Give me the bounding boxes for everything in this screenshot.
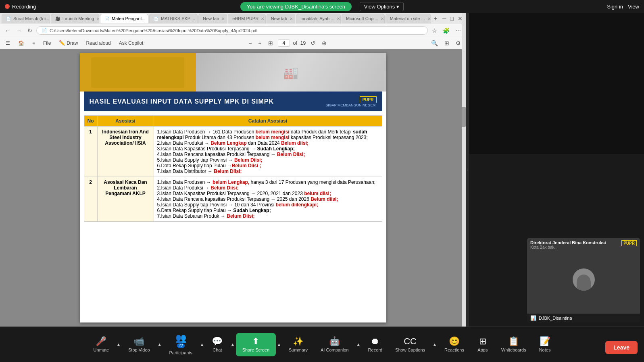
tab-launch-meeting[interactable]: 🎥 Launch Meeting ✕ xyxy=(51,14,99,23)
extensions-button[interactable]: 🧩 xyxy=(441,27,451,35)
tab-new-tab-1[interactable]: New tab ✕ xyxy=(198,14,227,23)
tab-matriks-skp[interactable]: 📄 MATRIKS SKP ... ✕ xyxy=(149,14,198,23)
tab-new-tab-2[interactable]: New tab ✕ xyxy=(267,14,295,23)
unmute-group: 🎤 Unmute ▲ xyxy=(87,334,122,356)
whiteboards-button[interactable]: 📋 Whiteboards xyxy=(495,334,533,356)
reactions-button[interactable]: 😊 Reactions xyxy=(438,334,471,356)
back-button[interactable]: ← xyxy=(3,27,12,35)
leave-button[interactable]: Leave xyxy=(605,341,638,354)
toolbar-draw[interactable]: ✏️ Draw xyxy=(56,39,80,47)
participants-chevron[interactable]: ▲ xyxy=(199,331,205,358)
address-text: C:/Users/kelem/Downloads/Materi%20Pengat… xyxy=(50,28,257,33)
share-screen-button[interactable]: ⬆ Share Screen xyxy=(236,333,276,356)
summary-button[interactable]: ✨ Summary xyxy=(282,334,314,356)
recording-label: Recording xyxy=(12,4,36,10)
toolbar-read-aloud[interactable]: Read aloud xyxy=(83,40,113,47)
tab-materi-pengant[interactable]: 📄 Materi Pengant... ✕ xyxy=(100,14,148,23)
apps-button[interactable]: ⊞ Apps xyxy=(471,334,495,356)
pdf-page: 🏭 HASIL EVALUASI INPUT DATA SUPPLY MPK D… xyxy=(80,53,386,322)
share-screen-chevron[interactable]: ▲ xyxy=(276,333,282,356)
zoom-in-button[interactable]: + xyxy=(257,39,263,47)
unmute-chevron[interactable]: ▲ xyxy=(115,334,122,356)
stop-video-group: 📹 Stop Video ▲ xyxy=(122,334,163,356)
toolbar-hamburger[interactable]: ☰ xyxy=(3,40,13,47)
minimize-button[interactable]: ─ xyxy=(441,15,448,23)
address-bar[interactable]: 📄 C:/Users/kelem/Downloads/Materi%20Peng… xyxy=(36,26,428,35)
restore-button[interactable]: □ xyxy=(449,15,455,23)
tab-close-icon[interactable]: ✕ xyxy=(337,17,340,21)
video-empty-area xyxy=(469,13,644,154)
tab-microsoft-copi[interactable]: Microsoft Copi... ✕ xyxy=(342,14,385,23)
settings-button[interactable]: ⋯ xyxy=(454,27,463,35)
tab-ehrm[interactable]: eHRM PUPR ✕ xyxy=(228,14,265,23)
unmute-button[interactable]: 🎤 Unmute xyxy=(87,334,116,356)
bottom-toolbar: 🎤 Unmute ▲ 📹 Stop Video ▲ 👥 22 Participa… xyxy=(0,327,644,362)
recording-badge: Recording xyxy=(5,4,36,10)
search-button[interactable]: 🔍 xyxy=(429,39,440,47)
more-tools-button[interactable]: ⚙ xyxy=(454,39,463,47)
whiteboards-icon: 📋 xyxy=(508,337,519,346)
ai-companion-group: 🤖 AI Companion ▲ xyxy=(314,334,362,356)
page-total: 19 xyxy=(300,40,306,46)
prev-page-button[interactable]: ↺ xyxy=(309,39,317,47)
tab-close-icon[interactable]: ✕ xyxy=(290,17,293,21)
tab-surat-masuk[interactable]: 📄 Surat Masuk (Ini... ✕ xyxy=(2,14,50,23)
refresh-button[interactable]: ↻ xyxy=(26,27,34,35)
toolbar-home[interactable]: 🏠 xyxy=(16,40,27,47)
record-button[interactable]: ⏺ Record xyxy=(362,334,389,356)
top-bar: Recording You are viewing DJBK_Disaintin… xyxy=(0,0,644,13)
toolbar-ask-copilot[interactable]: Ask Copilot xyxy=(117,40,146,47)
show-captions-button[interactable]: CC Show Captions xyxy=(389,334,431,356)
participants-button[interactable]: 👥 22 Participants xyxy=(163,331,199,358)
notes-button[interactable]: 📝 Notes xyxy=(533,334,557,356)
factory-graphic: 🏭 xyxy=(283,65,298,79)
tab-innafilah[interactable]: Innafilah; Ayah ... ✕ xyxy=(296,14,341,23)
stop-video-button[interactable]: 📹 Stop Video xyxy=(122,334,156,356)
recording-dot xyxy=(5,4,10,9)
collapse-bar[interactable]: ··· xyxy=(466,13,469,327)
summary-group: ✨ Summary xyxy=(282,334,314,356)
reactions-group: 😊 Reactions xyxy=(438,334,471,356)
evaluation-table: No Asosiasi Catatan Asosiasi 1 Indonesia… xyxy=(84,115,382,222)
tab-close-icon[interactable]: ✕ xyxy=(261,17,264,21)
ai-companion-chevron[interactable]: ▲ xyxy=(355,334,362,356)
new-tab-button[interactable]: + xyxy=(432,15,439,22)
toolbar-list[interactable]: ≡ xyxy=(30,40,38,47)
forward-button[interactable]: → xyxy=(15,27,23,35)
pupr-banner: HASIL EVALUASI INPUT DATA SUPPLY MPK DI … xyxy=(84,92,382,111)
zoom-fullscreen-button[interactable]: ⊞ xyxy=(443,39,451,47)
tab-bar: 📄 Surat Masuk (Ini... ✕ 🎥 Launch Meeting… xyxy=(0,13,466,24)
tab-close-icon[interactable]: ✕ xyxy=(427,17,431,21)
scrollbar-thumb[interactable] xyxy=(462,107,466,127)
toolbar-file[interactable]: File xyxy=(41,40,53,47)
ai-companion-button[interactable]: 🤖 AI Companion xyxy=(314,334,355,356)
pdf-scrollbar[interactable] xyxy=(462,49,466,327)
tab-close-icon[interactable]: ✕ xyxy=(148,17,148,21)
participant-video-card: Direktorat Jenderal Bina Konstruksi Kota… xyxy=(527,238,640,322)
participant-name-label: DJBK_Disaintina xyxy=(539,316,572,320)
chevron-down-icon: ▾ xyxy=(396,4,399,10)
zoom-out-button[interactable]: − xyxy=(247,39,253,47)
col-header-catatan: Catatan Asosiasi xyxy=(154,116,382,127)
page-fit-button[interactable]: ⊞ xyxy=(267,39,275,47)
favorites-button[interactable]: ☆ xyxy=(430,27,439,35)
row-2-number: 2 xyxy=(84,177,97,222)
chat-chevron[interactable]: ▲ xyxy=(229,334,236,356)
whiteboards-group: 📋 Whiteboards xyxy=(495,334,533,356)
video-chevron[interactable]: ▲ xyxy=(156,334,163,356)
captions-chevron[interactable]: ▲ xyxy=(431,334,438,356)
sign-in-link[interactable]: Sign in xyxy=(607,4,623,10)
pdf-toolbar: ☰ 🏠 ≡ File ✏️ Draw Read aloud Ask Copilo… xyxy=(0,37,466,49)
view-options-button[interactable]: View Options ▾ xyxy=(360,2,404,11)
video-camera-icon: 📹 xyxy=(133,337,144,346)
share-screen-icon: ⬆ xyxy=(252,337,259,346)
tab-material-site[interactable]: Material on site ... ✕ xyxy=(386,14,431,23)
apps-icon: ⊞ xyxy=(479,337,486,346)
table-row: 1 Indonesian Iron And Steel Industry Ass… xyxy=(84,127,382,177)
tab-close-icon[interactable]: ✕ xyxy=(381,17,384,21)
next-page-button[interactable]: ⊕ xyxy=(320,39,328,47)
chat-button[interactable]: 💬 Chat xyxy=(205,334,229,356)
tab-close-icon[interactable]: ✕ xyxy=(221,17,225,21)
tab-close-icon[interactable]: ✕ xyxy=(96,17,99,21)
page-number-input[interactable] xyxy=(278,40,290,47)
